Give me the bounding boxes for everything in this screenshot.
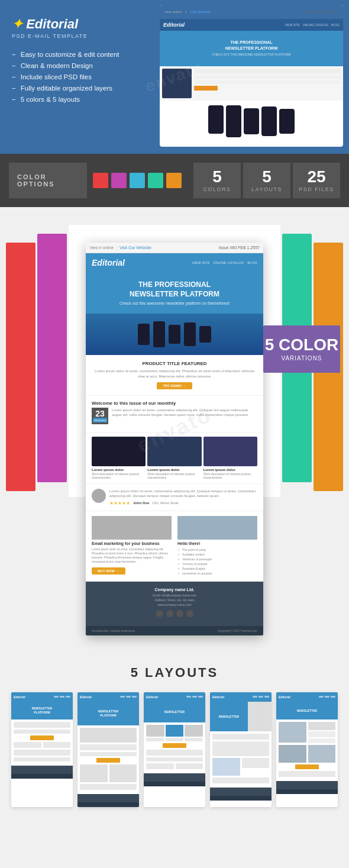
preview-section: envato View it online | Visit Our Websit…	[0, 207, 349, 653]
ep-col2-list: The point of using Available content Var…	[177, 548, 257, 575]
ep-col-right: Hello there! The point of using Availabl…	[174, 516, 257, 576]
mockup-header: view online | Visit Website Issue #80 FE…	[160, 5, 343, 19]
ep-social-gplus	[186, 610, 193, 617]
logo-area: ✦ Editorial PSD E-MAIL TEMPLATE	[12, 17, 166, 39]
feature-item: Easy to customize & edit content	[12, 51, 166, 58]
layouts-grid: Editorial NEWSLETTERPLATFORM	[9, 692, 340, 807]
ep-social-facebook	[176, 610, 183, 617]
ep-footer-social	[92, 610, 257, 617]
ep-col1-title: Email marketing for your business	[92, 541, 172, 546]
ep-featured-title: PRODUCT TITLE FEATURED	[92, 361, 257, 366]
ep-list-item: The point of using	[177, 548, 257, 551]
color-swatches	[93, 173, 182, 188]
swatch-cyan	[130, 173, 145, 188]
ep-date-number: 23	[93, 409, 107, 418]
ep-nav-view-site: VIEW SITE	[192, 261, 209, 264]
ep-topbar: View it online | Visit Our Website Issue…	[86, 243, 263, 253]
ep-featured-text: Lorem ipsum dolor sit amet, consectetur …	[92, 369, 257, 379]
ep-product-text-2: Short description of relevant product ch…	[147, 472, 201, 480]
hero-section: ✦ Editorial PSD E-MAIL TEMPLATE Easy to …	[0, 0, 349, 154]
ep-social-twitter	[166, 610, 173, 617]
swatch-purple	[111, 173, 127, 188]
ep-hero-title: THE PROFESSIONALNEWSLETTER PLATFORM	[92, 280, 257, 299]
feature-item: Fully editable organized layers	[12, 85, 166, 92]
cvb-text: VARIATIONS	[281, 355, 322, 362]
ep-issue-date: Issue #80 FEB 1,2557	[219, 246, 260, 250]
colors-bar: COLOR OPTIONS 5 COLORS 5 LAYOUTS 25 PSD …	[0, 154, 349, 207]
mockup-inner: view online | Visit Website Issue #80 FE…	[160, 5, 343, 147]
ep-testimonial: Lorem ipsum dolor sit amet, consectetur …	[86, 484, 263, 511]
feature-item: Clean & modern Design	[12, 62, 166, 69]
ep-hero-img	[86, 314, 263, 355]
layout-thumb-1: Editorial NEWSLETTERPLATFORM	[11, 692, 73, 807]
hero-right: view online | Visit Website Issue #80 FE…	[166, 11, 337, 143]
mockup-phones-row	[160, 103, 343, 140]
ep-view-online: View it online	[89, 246, 114, 250]
ep-email-nav: VIEW SITE ONLINE CATALOG BLOG	[192, 261, 257, 264]
color-variations-badge: 5 COLOR VARIATIONS	[263, 325, 340, 373]
mockup-hero-band: THE PROFESSIONALNEWSLETTER PLATFORMCheck…	[160, 31, 343, 66]
hero-mockup: view online | Visit Website Issue #80 FE…	[160, 5, 343, 147]
stat-layouts: 5 LAYOUTS	[243, 163, 290, 198]
ep-divider: |	[116, 246, 117, 250]
ep-visit-link: Visit Our Website	[119, 246, 151, 250]
logo-subtitle: PSD E-MAIL TEMPLATE	[12, 33, 166, 39]
stat-number-layouts: 5	[262, 169, 272, 185]
feature-item: 5 colors & 5 layouts	[12, 96, 166, 103]
layout-thumb-3: Editorial NEWSLETTER	[144, 692, 205, 807]
stat-boxes: 5 COLORS 5 LAYOUTS 25 PSD FILES	[193, 163, 340, 198]
layouts-section: 5 LAYOUTS Editorial NEWSLETTERPLATFORM	[0, 653, 349, 825]
swatch-orange	[166, 173, 182, 188]
ep-list-item: Available content	[177, 553, 257, 556]
ep-avatar	[92, 489, 106, 503]
ep-footer-company: Company name Ltd.	[92, 588, 257, 592]
ep-hero-sub: Check out this awesome newsletter platfo…	[92, 301, 257, 305]
ep-try-demo-btn[interactable]: TRY DEMO →	[157, 382, 192, 389]
ep-product-title-1: Lorem ipsum dolor	[92, 468, 146, 472]
layouts-title: 5 LAYOUTS	[9, 665, 340, 680]
ep-product-text-3: Short description of relevant product ch…	[203, 472, 257, 480]
stat-colors: 5 COLORS	[193, 163, 241, 198]
color-options-label: COLOR OPTIONS	[9, 163, 87, 198]
stat-label-psd: PSD FILES	[299, 186, 334, 192]
ep-stars: ★★★★★	[109, 501, 130, 506]
ep-product-1: Lorem ipsum dolor Short description of r…	[92, 437, 146, 480]
ep-social-rss	[156, 610, 163, 617]
ep-product-title-2: Lorem ipsum dolor	[147, 468, 201, 472]
ep-issue-body: Lorem ipsum dolor sit amet, consectetur …	[112, 408, 257, 418]
ep-col2-title: Hello there!	[177, 541, 257, 546]
ep-issue-section: Welcome to this issue of our monthly 23 …	[86, 396, 263, 433]
stat-number-psd: 25	[307, 169, 325, 185]
ep-col-left: Email marketing for your business Lorem …	[92, 516, 174, 576]
ep-featured: PRODUCT TITLE FEATURED Lorem ipsum dolor…	[86, 355, 263, 396]
ep-issue-title: Welcome to this issue of our monthly	[92, 401, 257, 406]
stat-label-colors: COLORS	[203, 186, 231, 192]
ep-copyright: Copyright © 2017 mistrax.com	[218, 629, 257, 633]
swatch-red	[93, 173, 108, 188]
ep-buy-btn[interactable]: BUY NOW →	[92, 567, 125, 575]
ep-list-item: Readable English	[177, 567, 257, 570]
layout-thumb-2: Editorial NEWSLETTERPLATFORM	[77, 692, 139, 807]
ep-nav-blog: BLOG	[247, 261, 257, 264]
hero-left: ✦ Editorial PSD E-MAIL TEMPLATE Easy to …	[12, 11, 166, 107]
ep-product-3: Lorem ipsum dolor Short description of r…	[203, 437, 257, 480]
stat-label-layouts: LAYOUTS	[251, 186, 282, 192]
ep-list-item: sometimes on purpose	[177, 572, 257, 575]
layout-thumb-5: Editorial NEWSLETTER	[276, 692, 338, 807]
ep-product-2: Lorem ipsum dolor Short description of r…	[147, 437, 201, 480]
ep-nav-catalog: ONLINE CATALOG	[214, 261, 244, 264]
ep-product-text-1: Short description of relevant product ch…	[92, 472, 146, 480]
email-preview-main: View it online | Visit Our Website Issue…	[86, 243, 263, 635]
ep-date-month: January	[93, 418, 107, 422]
layout-thumb-4: Editorial NEWSLETTER	[210, 692, 272, 807]
ep-list-item: Variances of passages	[177, 557, 257, 561]
ep-list-item: Contrary to popular	[177, 562, 257, 566]
ep-footer-info: Email: info@company-name.com Address: St…	[92, 593, 257, 607]
ep-testimonial-text: Lorem ipsum dolor sit amet, consectetur …	[109, 489, 257, 499]
ep-email-hero-band: THE PROFESSIONALNEWSLETTER PLATFORM Chec…	[86, 272, 263, 314]
mockup-nav-bar: Editorial VIEW SITE ONLINE CATALOG BLOG	[160, 19, 343, 31]
ep-date-box: 23 January	[92, 408, 108, 424]
ep-product-grid: Lorem ipsum dolor Short description of r…	[86, 433, 263, 484]
stat-psd: 25 PSD FILES	[293, 163, 340, 198]
ep-unsubscribe[interactable]: Unsubscribe | Update preference	[92, 629, 135, 633]
